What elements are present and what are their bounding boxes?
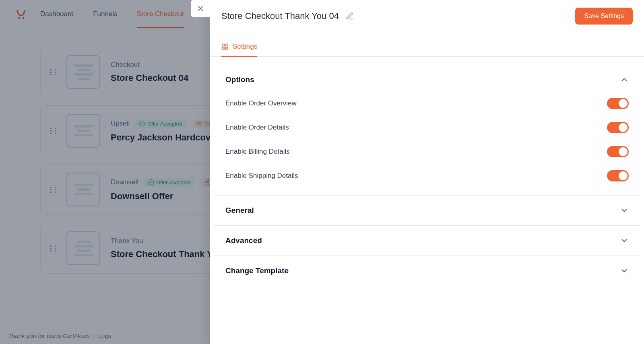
- section-change-template: Change Template: [214, 256, 640, 286]
- panel-header: Store Checkout Thank You 04 Save Setting…: [210, 0, 644, 32]
- section-change-template-heading: Change Template: [225, 266, 289, 275]
- section-advanced-header[interactable]: Advanced: [214, 226, 640, 255]
- section-general-heading: General: [225, 206, 254, 215]
- section-general-header[interactable]: General: [214, 196, 640, 225]
- section-options: Options Enable Order Overview Enable Ord…: [214, 65, 640, 196]
- option-row: Enable Order Details: [225, 122, 629, 133]
- section-advanced-heading: Advanced: [225, 236, 262, 245]
- option-row: Enable Shipping Details: [225, 170, 629, 181]
- option-row: Enable Order Overview: [225, 98, 629, 109]
- svg-rect-2: [222, 44, 224, 46]
- close-button[interactable]: [191, 0, 210, 17]
- save-settings-button[interactable]: Save Settings: [575, 8, 633, 25]
- toggle-shipping-details[interactable]: [607, 170, 629, 181]
- grid-icon: [221, 43, 229, 50]
- svg-rect-3: [226, 44, 228, 46]
- panel-title: Store Checkout Thank You 04: [221, 11, 339, 21]
- settings-panel: Store Checkout Thank You 04 Save Setting…: [210, 0, 644, 344]
- option-label: Enable Order Details: [225, 124, 289, 132]
- chevron-down-icon: [620, 236, 629, 245]
- section-change-template-header[interactable]: Change Template: [214, 256, 640, 286]
- svg-rect-5: [226, 47, 228, 49]
- section-options-heading: Options: [225, 75, 254, 84]
- option-label: Enable Billing Details: [225, 148, 290, 156]
- panel-tabs: Settings: [210, 37, 644, 57]
- option-label: Enable Shipping Details: [225, 172, 298, 180]
- section-advanced: Advanced: [214, 226, 640, 256]
- svg-rect-4: [222, 47, 224, 49]
- panel-body: Options Enable Order Overview Enable Ord…: [210, 57, 644, 344]
- chevron-down-icon: [620, 75, 629, 84]
- option-label: Enable Order Overview: [225, 99, 297, 107]
- chevron-down-icon: [620, 266, 629, 275]
- chevron-down-icon: [620, 206, 629, 215]
- edit-icon[interactable]: [345, 12, 354, 21]
- toggle-order-details[interactable]: [607, 122, 629, 133]
- option-row: Enable Billing Details: [225, 146, 629, 157]
- section-options-body: Enable Order Overview Enable Order Detai…: [214, 95, 640, 195]
- toggle-order-overview[interactable]: [607, 98, 629, 109]
- section-options-header[interactable]: Options: [214, 65, 640, 95]
- section-general: General: [214, 196, 640, 226]
- toggle-billing-details[interactable]: [607, 146, 629, 157]
- tab-settings[interactable]: Settings: [221, 37, 257, 56]
- close-icon: [196, 4, 204, 12]
- tab-settings-label: Settings: [233, 43, 257, 51]
